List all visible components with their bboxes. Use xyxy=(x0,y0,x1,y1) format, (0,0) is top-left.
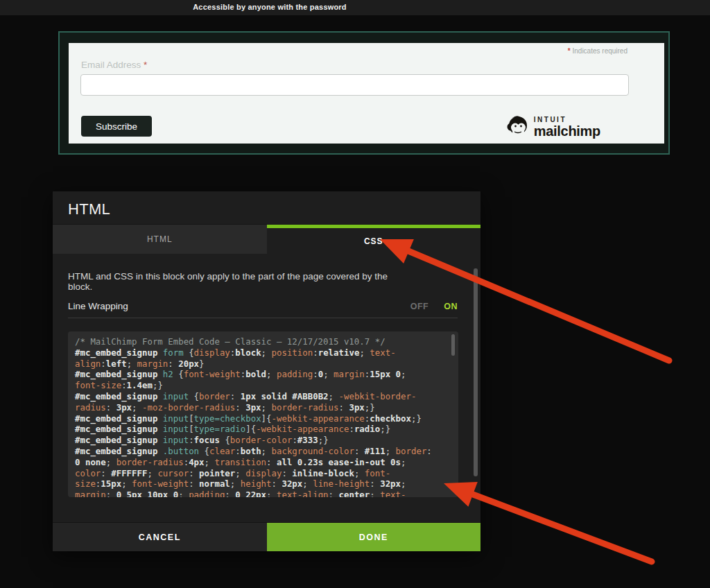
email-address-input[interactable] xyxy=(80,74,629,96)
signup-form-block[interactable]: * Indicates required Email Address * Sub… xyxy=(58,31,670,155)
mailchimp-freddie-icon xyxy=(504,113,529,141)
modal-scrollbar-thumb[interactable] xyxy=(474,268,478,476)
done-button[interactable]: DONE xyxy=(267,523,481,551)
modal-footer: CANCEL DONE xyxy=(53,522,480,551)
html-css-editor-modal: HTML HTML CSS HTML and CSS in this block… xyxy=(53,191,480,551)
cancel-button[interactable]: CANCEL xyxy=(53,523,267,551)
line-wrapping-label: Line Wrapping xyxy=(68,301,128,311)
line-wrapping-on-option[interactable]: ON xyxy=(444,302,458,311)
email-address-label: Email Address * xyxy=(81,60,147,70)
password-access-banner: Accessible by anyone with the password xyxy=(0,0,710,15)
modal-title: HTML xyxy=(68,200,110,218)
line-wrapping-toggle: OFF ON xyxy=(410,302,458,311)
line-wrapping-row: Line Wrapping OFF ON xyxy=(68,301,458,311)
divider xyxy=(68,318,458,318)
css-code-editor[interactable]: /* MailChimp Form Embed Code — Classic —… xyxy=(68,331,458,497)
required-asterisk: * xyxy=(144,60,147,70)
password-access-text: Accessible by anyone with the password xyxy=(0,3,539,11)
code-lines: /* MailChimp Form Embed Code — Classic —… xyxy=(75,336,451,497)
intuit-mailchimp-logo: INTUIT mailchimp xyxy=(504,113,600,141)
tab-css[interactable]: CSS xyxy=(267,225,481,254)
brand-mailchimp-text: mailchimp xyxy=(534,124,600,138)
brand-intuit-text: INTUIT xyxy=(534,116,600,123)
signup-form-card: * Indicates required Email Address * Sub… xyxy=(69,43,664,144)
line-wrapping-off-option[interactable]: OFF xyxy=(410,302,429,311)
tab-html[interactable]: HTML xyxy=(53,225,267,254)
indicates-required-note: * Indicates required xyxy=(568,47,627,55)
editor-tabs: HTML CSS xyxy=(53,224,480,254)
subscribe-button[interactable]: Subscribe xyxy=(81,116,152,137)
editor-description: HTML and CSS in this block only apply to… xyxy=(68,271,415,292)
code-scrollbar-thumb[interactable] xyxy=(451,334,455,356)
